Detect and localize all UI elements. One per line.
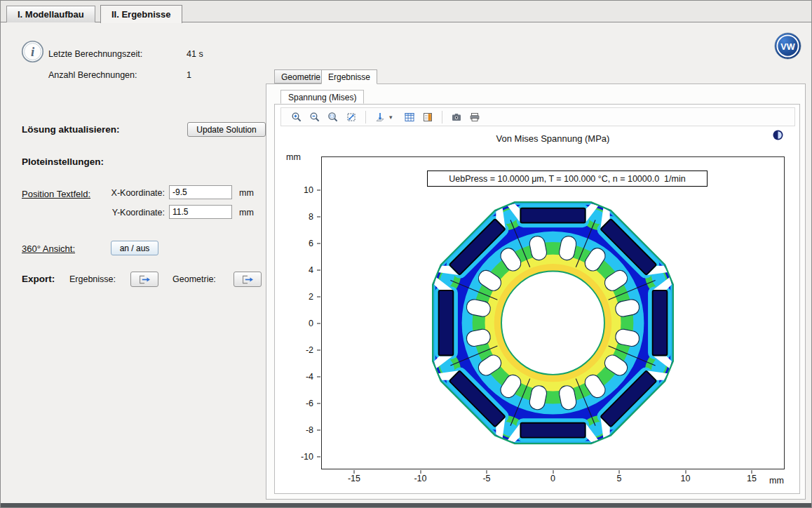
tick-label: -15 bbox=[348, 474, 360, 483]
tab-modellaufbau[interactable]: I. Modellaufbau bbox=[6, 6, 95, 22]
tick-mark bbox=[317, 270, 320, 271]
y-axis-unit: mm bbox=[286, 152, 301, 162]
tick-label: 8 bbox=[309, 212, 313, 222]
y-axis-tick-labels: 1086420-2-4-6-8-10 bbox=[287, 190, 315, 457]
tick-mark bbox=[317, 243, 320, 244]
tick-mark bbox=[317, 190, 320, 191]
tick-label: -6 bbox=[306, 399, 313, 408]
color-legend-button[interactable] bbox=[421, 110, 435, 124]
tick-label: 2 bbox=[309, 292, 313, 302]
tick-label: -2 bbox=[306, 345, 313, 355]
x-coordinate-input[interactable] bbox=[169, 185, 232, 199]
export-icon bbox=[241, 275, 255, 284]
export-results-label: Ergebnisse: bbox=[69, 274, 116, 284]
tick-label: -10 bbox=[414, 474, 426, 483]
plot-annotation-text: UebPress = 10.0000 μm, T = 100.000 °C, n… bbox=[449, 174, 685, 184]
export-geometry-label: Geometrie: bbox=[172, 274, 216, 284]
zoom-box-button[interactable] bbox=[326, 110, 340, 124]
zoom-in-button[interactable] bbox=[290, 110, 304, 124]
x-coordinate-unit: mm bbox=[239, 188, 254, 198]
tick-label: 4 bbox=[309, 265, 313, 275]
grid-icon bbox=[404, 112, 415, 123]
print-button[interactable] bbox=[468, 110, 482, 124]
graphics-toolbar: ▾ bbox=[280, 107, 795, 126]
tab-ergebnisse-label: II. Ergebnisse bbox=[111, 9, 171, 20]
svg-text:i: i bbox=[31, 45, 35, 59]
tab-spannung-mises[interactable]: Spannung (Mises) bbox=[280, 90, 364, 104]
zoom-box-icon bbox=[327, 112, 339, 123]
calc-count-label: Anzahl Berechnungen: bbox=[48, 70, 137, 80]
plot-area[interactable] bbox=[321, 156, 785, 469]
tick-mark bbox=[317, 297, 320, 298]
plot-title: Von Mises Spannung (MPa) bbox=[321, 133, 785, 144]
tab-modellaufbau-label: I. Modellaufbau bbox=[18, 9, 84, 20]
tick-mark bbox=[317, 350, 320, 351]
tick-label: 5 bbox=[617, 474, 622, 483]
x-coordinate-label: X-Koordinate: bbox=[97, 188, 165, 198]
tab-ergebnisse[interactable]: II. Ergebnisse bbox=[100, 5, 182, 23]
plot-annotation-box: UebPress = 10.0000 μm, T = 100.000 °C, n… bbox=[427, 171, 708, 187]
svg-text:VW: VW bbox=[780, 42, 794, 52]
last-calc-time-label: Letzte Berechnungszeit: bbox=[48, 49, 142, 59]
tick-label: 6 bbox=[309, 239, 313, 248]
grid-button[interactable] bbox=[402, 110, 417, 124]
go-to-default-view-icon bbox=[374, 112, 386, 123]
tick-label: -5 bbox=[482, 474, 490, 483]
zoom-extents-button[interactable] bbox=[344, 110, 358, 124]
last-calc-time-value: 41 s bbox=[187, 49, 203, 59]
update-solution-label: Lösung aktualisieren: bbox=[22, 124, 120, 135]
tick-mark bbox=[317, 323, 320, 324]
tick-label: 15 bbox=[747, 474, 757, 483]
export-icon bbox=[138, 275, 151, 284]
tick-label: 10 bbox=[681, 474, 691, 483]
view-360-label: 360° Ansicht: bbox=[22, 243, 75, 254]
view-dropdown-caret-icon[interactable]: ▾ bbox=[389, 114, 393, 121]
y-coordinate-label: Y-Koordinate: bbox=[97, 208, 165, 218]
export-heading: Export: bbox=[22, 274, 55, 284]
tab-ergebnisse-inner[interactable]: Ergebnisse bbox=[321, 69, 377, 84]
vw-logo-icon: VW bbox=[774, 32, 801, 60]
tick-label: -4 bbox=[306, 372, 313, 382]
update-solution-button[interactable]: Update Solution bbox=[187, 122, 266, 137]
tick-label: 10 bbox=[304, 185, 313, 195]
print-icon bbox=[469, 112, 480, 123]
app-window: I. Modellaufbau II. Ergebnisse i Letzte … bbox=[0, 0, 812, 508]
tick-label: -8 bbox=[306, 425, 313, 435]
tab-geometrie-label: Geometrie bbox=[281, 72, 320, 82]
tick-mark bbox=[317, 377, 320, 377]
view-360-toggle-button[interactable]: an / aus bbox=[111, 241, 158, 255]
zoom-extents-icon bbox=[346, 112, 357, 123]
tab-spannung-mises-label: Spannung (Mises) bbox=[288, 93, 356, 102]
y-coordinate-unit: mm bbox=[239, 208, 254, 218]
zoom-out-button[interactable] bbox=[308, 110, 322, 124]
plot-settings-icon[interactable] bbox=[772, 129, 784, 141]
x-axis-unit: mm bbox=[769, 476, 784, 486]
image-snapshot-button[interactable] bbox=[449, 110, 463, 124]
y-axis-tick-marks bbox=[317, 190, 320, 457]
toolbar-separator bbox=[442, 111, 442, 123]
calc-count-value: 1 bbox=[187, 70, 191, 80]
tick-label: -10 bbox=[301, 452, 313, 462]
tab-ergebnisse-inner-label: Ergebnisse bbox=[328, 72, 370, 82]
export-geometry-button[interactable] bbox=[234, 272, 262, 287]
tick-mark bbox=[317, 430, 320, 431]
tick-mark bbox=[317, 217, 320, 218]
color-legend-icon bbox=[422, 112, 433, 123]
export-results-button[interactable] bbox=[130, 272, 158, 287]
x-axis-tick-labels: -15-10-5051015 bbox=[354, 474, 752, 484]
y-coordinate-input[interactable] bbox=[169, 205, 232, 219]
zoom-in-icon bbox=[291, 112, 302, 123]
image-snapshot-icon bbox=[451, 112, 462, 123]
tick-label: 0 bbox=[550, 474, 555, 483]
tick-mark bbox=[317, 457, 320, 457]
toolbar-separator bbox=[365, 111, 366, 123]
rotor-stress-surface bbox=[322, 157, 784, 469]
go-to-default-view-button[interactable] bbox=[373, 110, 387, 124]
main-tabstrip: I. Modellaufbau II. Ergebnisse bbox=[1, 1, 811, 22]
plot-settings-heading: Ploteinstellungen: bbox=[22, 156, 104, 167]
tab-geometrie[interactable]: Geometrie bbox=[274, 69, 327, 83]
tick-label: 0 bbox=[309, 319, 313, 328]
info-icon: i bbox=[21, 40, 44, 63]
zoom-out-icon bbox=[309, 112, 320, 123]
textfield-position-label: Position Textfeld: bbox=[22, 189, 90, 199]
